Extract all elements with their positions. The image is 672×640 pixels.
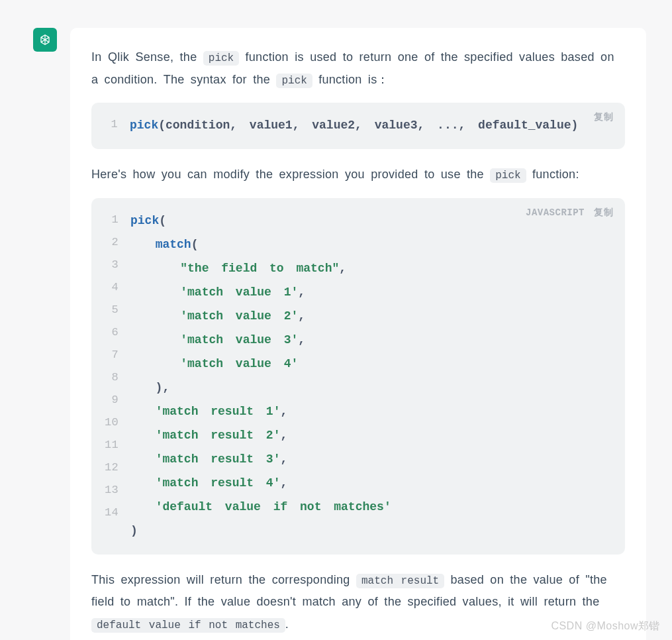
paragraph-modify: Here's how you can modify the expression… — [91, 164, 625, 186]
assistant-message: In Qlik Sense, the pick function is used… — [70, 28, 646, 640]
text: . — [285, 617, 289, 631]
inline-code-default: default value if not matches — [91, 618, 285, 633]
line-numbers: 1 — [105, 113, 118, 137]
watermark: CSDN @Moshow郑锴 — [551, 619, 660, 633]
text: function is： — [312, 73, 389, 86]
copy-button[interactable]: 复制 — [594, 109, 613, 127]
copy-button[interactable]: 复制 — [594, 205, 613, 222]
code-block-syntax: 复制 1 pick(condition, value1, value2, val… — [91, 103, 625, 149]
language-label: JAVASCRIPT — [526, 205, 585, 222]
code-content[interactable]: pick(condition, value1, value2, value3, … — [130, 113, 578, 137]
text: This expression will return the correspo… — [91, 573, 356, 586]
paragraph-explain: This expression will return the correspo… — [91, 569, 625, 635]
inline-code-pick: pick — [276, 74, 312, 88]
paragraph-intro: In Qlik Sense, the pick function is used… — [91, 46, 625, 91]
line-numbers: 1234567891011121314 — [105, 209, 119, 543]
openai-logo-icon — [37, 32, 53, 48]
code-content[interactable]: pick( match( "the field to match", 'matc… — [130, 209, 391, 543]
text: function: — [526, 168, 579, 181]
inline-code-pick: pick — [203, 51, 239, 66]
code-block-example: JAVASCRIPT 复制 1234567891011121314 pick( … — [91, 198, 625, 555]
assistant-avatar — [33, 28, 57, 52]
text: Here's how you can modify the expression… — [91, 168, 490, 181]
inline-code-match-result: match result — [356, 574, 444, 588]
inline-code-pick: pick — [490, 168, 526, 183]
text: In Qlik Sense, the — [91, 50, 203, 64]
